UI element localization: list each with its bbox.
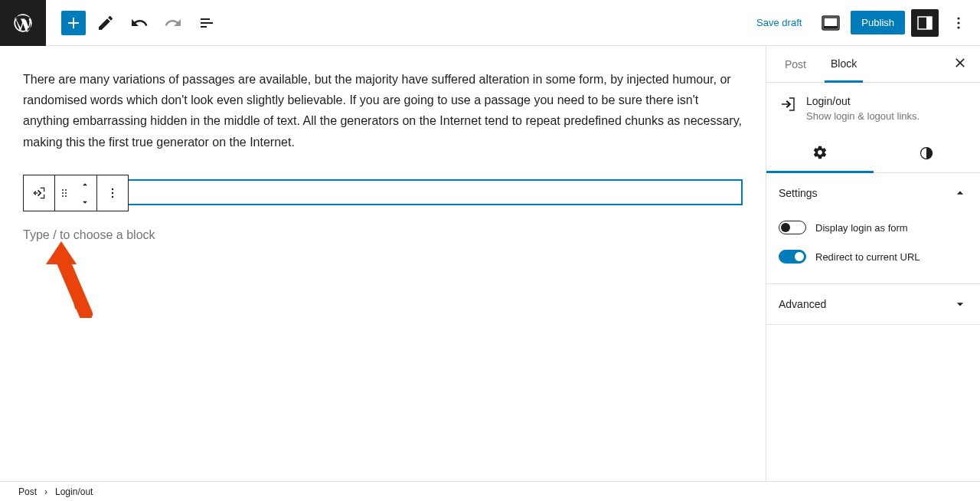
preview-button[interactable] (817, 9, 844, 37)
block-card-description: Show login & logout links. (806, 110, 920, 122)
editor-canvas[interactable]: There are many variations of passages ar… (0, 46, 766, 481)
svg-point-10 (112, 188, 114, 191)
breadcrumb: Post › Login/out (0, 481, 980, 501)
svg-point-3 (957, 26, 959, 28)
settings-panel-title: Settings (779, 187, 818, 199)
block-more-options-button[interactable] (97, 175, 128, 211)
paragraph-block[interactable]: There are many variations of passages ar… (23, 69, 743, 152)
styles-subtab[interactable] (874, 134, 981, 172)
document-overview-button[interactable] (193, 9, 220, 37)
tab-block[interactable]: Block (825, 47, 863, 83)
settings-panel-header[interactable]: Settings (766, 173, 980, 213)
advanced-panel-header[interactable]: Advanced (766, 284, 980, 324)
settings-sidebar: Post Block Login/out Show login & logout… (766, 46, 980, 481)
svg-point-4 (62, 189, 64, 191)
tab-post[interactable]: Post (779, 47, 812, 81)
top-toolbar: Save draft Publish (0, 0, 980, 46)
svg-point-5 (65, 189, 67, 191)
gear-icon (812, 145, 828, 160)
more-options-button[interactable] (945, 9, 972, 37)
close-sidebar-button[interactable] (952, 55, 968, 73)
svg-point-2 (957, 21, 959, 24)
tools-button[interactable] (92, 9, 119, 37)
advanced-panel-title: Advanced (779, 298, 826, 310)
chevron-right-icon: › (44, 486, 47, 497)
publish-button[interactable]: Publish (851, 11, 905, 34)
svg-point-7 (65, 192, 67, 194)
undo-button[interactable] (126, 9, 153, 37)
block-type-icon[interactable] (24, 175, 54, 211)
svg-rect-0 (824, 26, 838, 28)
block-card: Login/out Show login & logout links. (766, 83, 980, 134)
redirect-label: Redirect to current URL (815, 251, 920, 263)
login-out-icon (779, 95, 797, 113)
wordpress-logo[interactable] (0, 0, 46, 46)
breadcrumb-root[interactable]: Post (18, 486, 37, 497)
display-as-form-toggle[interactable] (779, 221, 806, 234)
drag-handle-icon[interactable] (55, 187, 74, 199)
move-up-button[interactable] (74, 175, 96, 193)
display-as-form-label: Display login as form (815, 222, 908, 234)
breadcrumb-current[interactable]: Login/out (55, 486, 93, 497)
redirect-toggle[interactable] (779, 250, 806, 264)
block-appender-placeholder[interactable]: Type / to choose a block (23, 228, 743, 242)
svg-point-9 (65, 195, 67, 197)
styles-icon (919, 146, 934, 161)
annotation-arrow-icon (46, 241, 100, 320)
save-draft-button[interactable]: Save draft (747, 11, 811, 34)
login-out-block[interactable]: Log out (23, 179, 743, 205)
settings-subtab[interactable] (766, 134, 874, 173)
add-block-button[interactable] (61, 11, 86, 35)
svg-point-1 (957, 17, 959, 19)
chevron-up-icon (952, 185, 968, 201)
svg-marker-14 (46, 241, 77, 264)
svg-point-6 (62, 192, 64, 194)
settings-panel-toggle[interactable] (911, 9, 939, 37)
redo-button[interactable] (159, 9, 187, 37)
svg-point-8 (62, 195, 64, 197)
block-toolbar (23, 175, 129, 211)
move-down-button[interactable] (74, 193, 96, 211)
svg-point-12 (112, 196, 114, 198)
svg-point-11 (112, 192, 114, 195)
chevron-down-icon (952, 296, 968, 312)
block-card-title: Login/out (806, 95, 920, 107)
